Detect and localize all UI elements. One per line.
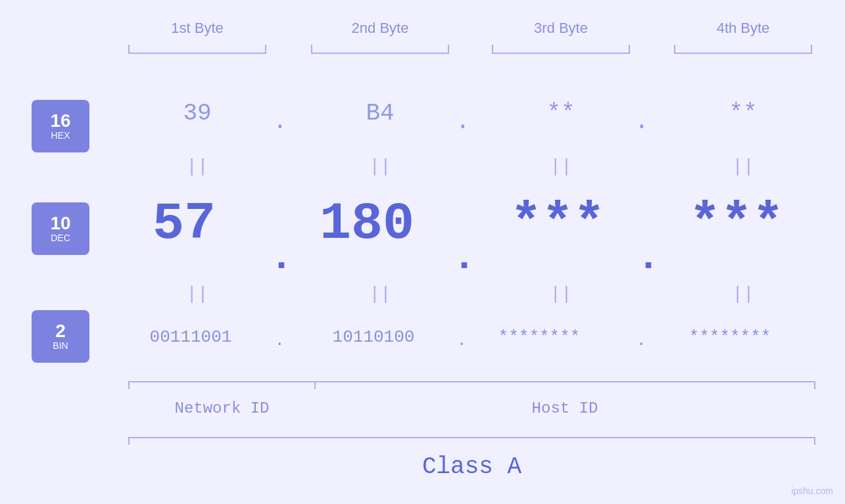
dec-badge-number: 10 bbox=[50, 214, 70, 233]
bracket-3 bbox=[492, 53, 630, 54]
bin-badge-label: BIN bbox=[53, 340, 68, 351]
bin-val-1: 00111001 bbox=[105, 327, 276, 347]
dec-val-4: *** bbox=[651, 194, 822, 254]
dec-val-3: *** bbox=[472, 194, 643, 254]
hex-dot-2: . bbox=[456, 108, 470, 135]
hex-badge-number: 16 bbox=[50, 112, 70, 130]
host-id-label: Host ID bbox=[314, 400, 815, 417]
full-bracket bbox=[128, 437, 815, 438]
bracket-2 bbox=[311, 53, 449, 54]
bin-val-3: ******** bbox=[460, 327, 618, 347]
hex-dot-1: . bbox=[273, 108, 287, 135]
dec-val-2: 180 bbox=[288, 194, 446, 254]
bracket-4 bbox=[674, 53, 812, 54]
bin-dot-1: . bbox=[275, 332, 284, 350]
eq-db-1: || bbox=[128, 284, 266, 304]
hex-badge: 16 HEX bbox=[32, 100, 89, 152]
hex-val-3: ** bbox=[492, 100, 630, 127]
bin-badge: 2 BIN bbox=[32, 310, 89, 363]
dec-badge: 10 DEC bbox=[32, 202, 89, 255]
host-bracket bbox=[314, 381, 815, 382]
eq-hd-1: || bbox=[128, 156, 266, 177]
eq-db-4: || bbox=[674, 284, 812, 304]
bin-val-2: 10110100 bbox=[288, 327, 459, 347]
eq-db-3: || bbox=[492, 284, 630, 304]
eq-hd-4: || bbox=[674, 156, 812, 177]
main-container: 16 HEX 10 DEC 2 BIN 1st Byte 2nd Byte 3r… bbox=[0, 0, 845, 504]
eq-db-2: || bbox=[311, 284, 449, 304]
network-bracket bbox=[128, 381, 316, 382]
eq-hd-3: || bbox=[492, 156, 630, 177]
hex-badge-label: HEX bbox=[51, 130, 70, 141]
dec-badge-label: DEC bbox=[51, 233, 70, 243]
network-id-label: Network ID bbox=[128, 400, 316, 417]
watermark: ipshu.com bbox=[791, 486, 833, 496]
hex-val-4: ** bbox=[674, 100, 812, 127]
hex-val-1: 39 bbox=[128, 100, 266, 127]
bin-dot-3: . bbox=[637, 332, 646, 350]
col-header-2: 2nd Byte bbox=[311, 20, 449, 37]
bin-val-4: ******** bbox=[651, 327, 809, 347]
col-header-4: 4th Byte bbox=[674, 20, 812, 37]
col-header-1: 1st Byte bbox=[128, 20, 266, 37]
eq-hd-2: || bbox=[311, 156, 449, 177]
col-header-3: 3rd Byte bbox=[492, 20, 630, 37]
bin-badge-number: 2 bbox=[55, 322, 66, 340]
hex-dot-3: . bbox=[635, 108, 649, 135]
hex-val-2: B4 bbox=[311, 100, 449, 127]
dec-val-1: 57 bbox=[105, 194, 263, 254]
bracket-1 bbox=[128, 53, 266, 54]
class-label: Class A bbox=[128, 453, 815, 480]
